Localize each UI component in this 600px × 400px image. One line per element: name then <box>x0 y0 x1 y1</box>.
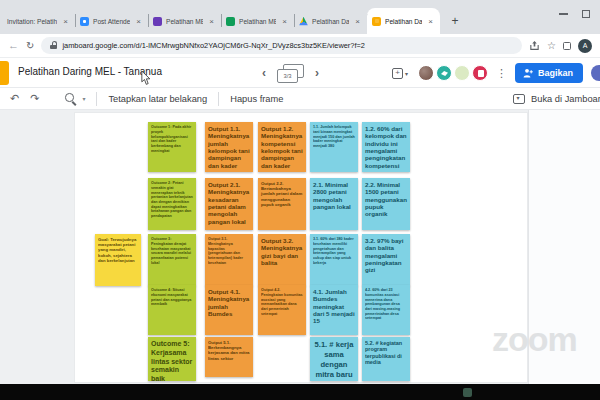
pointer-cursor-icon <box>141 71 151 86</box>
tab-label: Post Attendee - Z <box>93 18 130 25</box>
sticky-note-output-3-1[interactable]: Output 3.1. Meningkatnya kapasitas (peng… <box>205 234 253 286</box>
browser-tab-zoom[interactable]: Post Attendee - Z <box>75 8 148 34</box>
browser-tab-jamboard-active[interactable]: Pelatihan Daring M <box>367 8 440 34</box>
header-actions: Bagikan <box>392 58 600 88</box>
browser-tab-drive[interactable]: Pelatihan Daring M <box>294 8 367 34</box>
device-screen-icon <box>513 94 525 104</box>
sticky-note-outcome-5[interactable]: Outcome 5: Kerjasama lintas sektor semak… <box>148 337 196 381</box>
redo-icon[interactable] <box>30 93 39 104</box>
sticky-note-output-4-1[interactable]: Output 4.1. Meningkatnya jumlah Bumdes <box>205 285 253 335</box>
add-frame-icon <box>392 68 403 79</box>
close-tab-icon[interactable] <box>353 17 362 26</box>
sticky-note-indicator-2-1[interactable]: 2.1. Minimal 2800 petani mengolah pangan… <box>310 178 358 230</box>
tab-label: Pelatihan MEL Yay <box>239 18 276 25</box>
browser-tab-invitation[interactable]: Invitation: Pelatiha <box>2 8 75 34</box>
close-tab-icon[interactable] <box>207 17 216 26</box>
account-avatar[interactable] <box>591 65 600 81</box>
person-add-icon <box>523 68 533 78</box>
sticky-note-indicator-3-2[interactable]: 3.2. 97% bayi dan balita mengalami penin… <box>362 234 410 286</box>
side-panel-icon[interactable] <box>563 42 571 50</box>
sticky-note-indicator-1-1[interactable]: 1.1. Jumlah kelompok tani binaan meningk… <box>310 122 358 172</box>
sticky-note-output-4-2[interactable]: Output 4.2. Peningkatan komunitas asosia… <box>258 285 306 335</box>
sticky-note-outcome-2[interactable]: Outcome 2: Petani semakin giat menerapka… <box>148 178 196 230</box>
jamboard-header: Pelatihan Daring MEL - Tananua 3/3 <box>0 58 600 88</box>
sticky-note-outcome-4[interactable]: Outcome 4: Situasi ekonomi masyarakat pe… <box>148 285 196 335</box>
zoom-watermark: zoom <box>492 322 577 356</box>
tab-label: Invitation: Pelatiha <box>7 18 57 25</box>
jamboard-app-icon <box>372 17 381 26</box>
browser-profile-avatar[interactable]: A <box>578 39 592 53</box>
collaborator-avatar <box>418 65 434 81</box>
sticky-note-indicator-2-2[interactable]: 2.2. Minimal 1500 petani menggunakan pup… <box>362 178 410 230</box>
previous-frame-icon[interactable] <box>262 67 266 79</box>
undo-icon[interactable] <box>10 93 19 104</box>
forms-app-icon <box>153 17 162 26</box>
collaborator-avatar <box>472 65 488 81</box>
letterbox-bar <box>0 384 600 400</box>
tab-label: Pelatihan Daring M <box>385 18 422 25</box>
sticky-note-output-2-1[interactable]: Output 2.1. Meningkatnya kesadaran petan… <box>205 178 253 230</box>
sticky-note-output-2-2[interactable]: Output 2.2. Bertambahnya jumlah petani d… <box>258 178 306 230</box>
collaborator-avatars <box>416 65 488 81</box>
sticky-note-indicator-4-1[interactable]: 4.1. Jumlah Bumdes meningkat dari 5 menj… <box>310 285 358 335</box>
sticky-note-indicator-3-1[interactable]: 3.1. 60% dari 380 kader kesehatan memili… <box>310 234 358 286</box>
screen: Invitation: Pelatiha Post Attendee - Z P… <box>0 0 600 400</box>
sticky-note-output-1-1[interactable]: Output 1.1. Meningkatnya jumlah kelompok… <box>205 122 253 172</box>
collaborator-avatar <box>436 65 452 81</box>
sticky-note-indicator-5-2[interactable]: 5.2. # kegiatan program terpublikasi di … <box>362 337 410 381</box>
sticky-note-output-1-2[interactable]: Output 1.2. Meningkatnya kompetensi kelo… <box>258 122 306 172</box>
bookmark-star-icon[interactable] <box>547 41 556 51</box>
url-text[interactable]: jamboard.google.com/d/1-lMCMrwgbNNfxo2YA… <box>62 41 365 50</box>
browser-tab-bar: Invitation: Pelatiha Post Attendee - Z P… <box>0 0 600 34</box>
browser-address-bar: jamboard.google.com/d/1-lMCMrwgbNNfxo2YA… <box>0 34 600 58</box>
new-tab-button[interactable] <box>444 10 466 32</box>
sticky-note-indicator-4-2[interactable]: 4.2. 60% dari 23 komunitas asosiasi mene… <box>362 285 410 335</box>
close-tab-icon[interactable] <box>61 17 70 26</box>
open-in-jamboard-button[interactable]: Buka di Jamboard <box>513 94 600 104</box>
sticky-note-outcome-1[interactable]: Outcome 1: Pada akhir proyek kelompok/or… <box>148 122 196 172</box>
sticky-note-output-5-1[interactable]: Output 5.1. Berkembangnya kerjasama dan … <box>205 337 253 377</box>
next-frame-icon[interactable] <box>315 67 319 79</box>
sticky-note-indicator-5-1[interactable]: 5.1. # kerja sama dengan mitra baru <box>310 337 358 381</box>
drive-app-icon <box>299 17 308 26</box>
divider <box>96 92 97 106</box>
chevron-down-icon[interactable] <box>82 95 85 102</box>
clear-frame-button[interactable]: Hapus frame <box>230 94 283 104</box>
overflow-menu-icon[interactable] <box>496 68 507 79</box>
minimize-window-icon[interactable] <box>559 13 568 15</box>
close-tab-icon[interactable] <box>426 17 435 26</box>
tab-label: Pelatihan MEL Yay <box>166 18 203 25</box>
window-controls <box>559 0 600 34</box>
sticky-note-indicator-1-2[interactable]: 1.2. 60% dari kelompok dan individu ini … <box>362 122 410 172</box>
frame-counter[interactable]: 3/3 <box>277 64 304 83</box>
jamboard-toolbar: Tetapkan latar belakang Hapus frame Buka… <box>0 88 600 110</box>
divider <box>218 92 219 106</box>
sheets-app-icon <box>226 17 235 26</box>
url-field[interactable]: jamboard.google.com/d/1-lMCMrwgbNNfxo2YA… <box>41 37 522 54</box>
board-area: Goal: Terwujudnya masyarakat petani yang… <box>0 110 600 384</box>
meeting-indicator-icon <box>463 388 472 397</box>
collaborator-avatar <box>454 65 470 81</box>
reload-icon[interactable] <box>26 41 34 51</box>
frame-navigation: 3/3 <box>262 58 319 88</box>
back-icon[interactable] <box>8 40 19 51</box>
zoom-tool-icon[interactable] <box>64 92 77 105</box>
sticky-note-output-3-2[interactable]: Output 3.2. Meningkatnya gizi bayi dan b… <box>258 234 306 286</box>
add-frame-button[interactable] <box>392 68 408 79</box>
zoom-app-icon <box>80 17 89 26</box>
sticky-note-goal[interactable]: Goal: Terwujudnya masyarakat petani yang… <box>95 234 141 286</box>
browser-tab-mel-forms[interactable]: Pelatihan MEL Yay <box>148 8 221 34</box>
share-button[interactable]: Bagikan <box>515 63 583 83</box>
close-tab-icon[interactable] <box>280 17 289 26</box>
set-background-button[interactable]: Tetapkan latar belakang <box>108 94 207 104</box>
close-tab-icon[interactable] <box>134 17 143 26</box>
jamboard-logo-icon <box>0 61 9 85</box>
maximize-window-icon[interactable] <box>582 10 590 18</box>
lock-icon <box>50 41 57 50</box>
board-canvas[interactable]: Goal: Terwujudnya masyarakat petani yang… <box>75 113 527 382</box>
tab-label: Pelatihan Daring M <box>312 18 349 25</box>
browser-tab-mel-sheets[interactable]: Pelatihan MEL Yay <box>221 8 294 34</box>
share-page-icon[interactable] <box>529 40 540 51</box>
chevron-down-icon <box>405 70 408 77</box>
sticky-note-outcome-3[interactable]: Outcome 3: Peningkatan derajat kesehatan… <box>148 234 196 286</box>
